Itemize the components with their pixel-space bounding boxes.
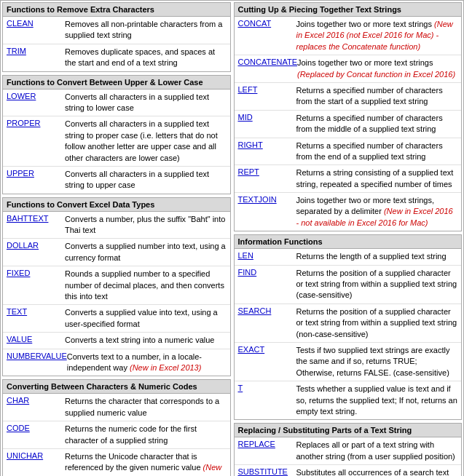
func-name-textjoin[interactable]: TEXTJOIN	[238, 195, 296, 204]
func-description: Replaces all or part of a text string wi…	[296, 440, 458, 462]
func-name-t[interactable]: T	[238, 384, 296, 392]
section-header: Functions to Convert Between Upper & Low…	[3, 76, 230, 90]
highlight-text: (New in Excel 2013)	[65, 463, 221, 476]
table-row: TRIMRemoves duplicate spaces, and spaces…	[3, 44, 230, 71]
section-replacing: Replacing / Substituting Parts of a Text…	[234, 423, 463, 476]
table-row: LEFTReturns a specified number of charac…	[235, 83, 462, 111]
table-row: FIXEDRounds a supplied number to a speci…	[3, 266, 230, 305]
func-description: Substitutes all occurrences of a search …	[296, 467, 458, 476]
func-name-concat[interactable]: CONCAT	[238, 19, 296, 28]
table-row: CODEReturns the numeric code for the fir…	[3, 421, 230, 449]
table-row: REPLACEReplaces all or part of a text st…	[235, 437, 462, 465]
func-description: Tests whether a supplied value is text a…	[296, 384, 458, 417]
func-name-find[interactable]: FIND	[238, 268, 296, 277]
func-name-right[interactable]: RIGHT	[238, 140, 296, 149]
func-description: Returns a specified number of characters…	[296, 140, 458, 163]
right-column: Cutting Up & Piecing Together Text Strin…	[232, 1, 464, 476]
func-name-char[interactable]: CHAR	[7, 396, 65, 405]
func-name-lower[interactable]: LOWER	[7, 92, 65, 100]
func-description: Joins together two or more text strings …	[296, 19, 458, 52]
func-name-concatenate[interactable]: CONCATENATE	[238, 57, 298, 66]
func-name-exact[interactable]: EXACT	[238, 345, 296, 354]
table-row: VALUEConverts a text string into a numer…	[3, 333, 230, 349]
func-description: Rounds a supplied number to a specified …	[65, 269, 227, 302]
func-name-left[interactable]: LEFT	[238, 85, 296, 94]
table-row: RIGHTReturns a specified number of chara…	[235, 138, 462, 166]
func-description: Converts a text string into a numeric va…	[65, 335, 227, 346]
table-row: TEXTConverts a supplied value into text,…	[3, 305, 230, 333]
func-description: Returns the position of a supplied chara…	[296, 306, 458, 340]
func-description: Joins together two or more text strings,…	[296, 195, 458, 229]
func-name-bahttext[interactable]: BAHTTEXT	[7, 214, 65, 223]
func-description: Converts text to a number, in a locale-i…	[67, 352, 227, 374]
func-name-rept[interactable]: REPT	[238, 167, 296, 176]
func-description: Returns the character that corresponds t…	[65, 396, 227, 419]
func-description: Converts all characters in a supplied te…	[65, 119, 227, 164]
func-description: Converts all characters in a supplied te…	[65, 92, 227, 114]
section-convert-types: Functions to Convert Excel Data TypesBAH…	[2, 197, 231, 377]
func-description: Converts a supplied number into text, us…	[65, 241, 227, 263]
table-row: PROPERConverts all characters in a suppl…	[3, 116, 230, 167]
func-description: Joins together two or more text strings …	[297, 57, 457, 80]
func-name-search[interactable]: SEARCH	[238, 306, 296, 315]
section-header: Cutting Up & Piecing Together Text Strin…	[235, 3, 462, 17]
table-row: LENReturns the length of a supplied text…	[235, 249, 462, 265]
func-name-trim[interactable]: TRIM	[7, 47, 65, 55]
table-row: UPPERConverts all characters in a suppli…	[3, 167, 230, 194]
func-name-upper[interactable]: UPPER	[7, 169, 65, 178]
table-row: BAHTTEXTConverts a number, plus the suff…	[3, 212, 230, 239]
section-header: Functions to Remove Extra Characters	[3, 3, 230, 17]
section-header: Converting Between Characters & Numeric …	[3, 380, 230, 394]
section-remove-extra: Functions to Remove Extra CharactersCLEA…	[2, 2, 231, 72]
func-description: Returns the Unicode character that is re…	[65, 451, 227, 476]
table-row: UNICHARReturns the Unicode character tha…	[3, 449, 230, 476]
table-row: LOWERConverts all characters in a suppli…	[3, 90, 230, 117]
func-name-mid[interactable]: MID	[238, 113, 296, 122]
func-name-substitute[interactable]: SUBSTITUTE	[238, 467, 296, 476]
table-row: NUMBERVALUEConverts text to a number, in…	[3, 349, 230, 376]
func-description: Returns a specified number of characters…	[296, 85, 458, 108]
table-row: CHARReturns the character that correspon…	[3, 394, 230, 421]
main-grid: Functions to Remove Extra CharactersCLEA…	[0, 0, 464, 476]
table-row: DOLLARConverts a supplied number into te…	[3, 239, 230, 266]
func-name-numbervalue[interactable]: NUMBERVALUE	[7, 352, 67, 360]
func-description: Converts a number, plus the suffix "Baht…	[65, 214, 227, 237]
table-row: CONCATJoins together two or more text st…	[235, 17, 462, 55]
func-description: Returns a specified number of characters…	[296, 113, 458, 135]
func-description: Converts all characters in a supplied te…	[65, 169, 227, 191]
func-name-unichar[interactable]: UNICHAR	[7, 451, 65, 460]
func-description: Returns the position of a supplied chara…	[296, 268, 458, 301]
section-header: Functions to Convert Excel Data Types	[3, 198, 230, 212]
left-column: Functions to Remove Extra CharactersCLEA…	[1, 1, 232, 476]
table-row: TEXTJOINJoins together two or more text …	[235, 193, 462, 231]
section-header: Information Functions	[235, 235, 462, 249]
func-description: Removes all non-printable characters fro…	[65, 19, 227, 41]
func-name-dollar[interactable]: DOLLAR	[7, 241, 65, 250]
highlight-text: (New in Excel 2016 - not available in Ex…	[296, 207, 453, 226]
table-row: EXACTTests if two supplied text strings …	[235, 343, 462, 381]
highlight-text: (New in Excel 2016 (not Excel 2016 for M…	[296, 20, 453, 51]
func-name-code[interactable]: CODE	[7, 424, 65, 432]
table-row: CLEANRemoves all non-printable character…	[3, 17, 230, 44]
highlight-text: (New in Excel 2013)	[130, 363, 201, 372]
func-name-clean[interactable]: CLEAN	[7, 19, 65, 28]
func-name-replace[interactable]: REPLACE	[238, 440, 296, 448]
func-description: Removes duplicate spaces, and spaces at …	[65, 47, 227, 69]
section-cutting-piecing: Cutting Up & Piecing Together Text Strin…	[234, 2, 463, 231]
section-convert-case: Functions to Convert Between Upper & Low…	[2, 75, 231, 194]
func-name-value[interactable]: VALUE	[7, 335, 65, 344]
table-row: SUBSTITUTESubstitutes all occurrences of…	[235, 465, 462, 476]
func-name-proper[interactable]: PROPER	[7, 119, 65, 127]
func-description: Returns the numeric code for the first c…	[65, 424, 227, 446]
table-row: SEARCHReturns the position of a supplied…	[235, 304, 462, 343]
table-row: MIDReturns a specified number of charact…	[235, 111, 462, 138]
table-row: TTests whether a supplied value is text …	[235, 381, 462, 419]
func-name-text[interactable]: TEXT	[7, 307, 65, 316]
section-char-codes: Converting Between Characters & Numeric …	[2, 379, 231, 476]
func-name-len[interactable]: LEN	[238, 251, 296, 260]
func-description: Converts a supplied value into text, usi…	[65, 307, 227, 330]
func-description: Tests if two supplied text strings are e…	[296, 345, 458, 378]
func-name-fixed[interactable]: FIXED	[7, 269, 65, 277]
func-description: Returns a string consisting of a supplie…	[296, 167, 458, 190]
table-row: REPTReturns a string consisting of a sup…	[235, 165, 462, 193]
